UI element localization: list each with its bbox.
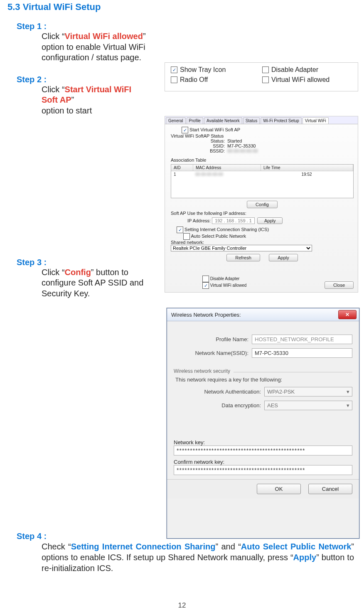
checkbox-label: Start Virtual WiFi Soft AP	[189, 127, 240, 132]
wireless-properties-dialog: Wireless Network Properties: ✕ Profile N…	[167, 308, 359, 539]
tab-bar: General Profile Available Network Status…	[165, 116, 358, 124]
dialog-title: Wireless Network Properties:	[171, 312, 241, 318]
checkbox-label: Virtual WiFi allowed	[271, 76, 330, 84]
ok-button[interactable]: OK	[257, 484, 301, 494]
ip-address-label: IP Address:	[187, 218, 211, 223]
col-mac: MAC Address	[193, 165, 261, 171]
bssid-label: BSSID:	[196, 148, 225, 153]
softap-status-label: Virtual WiFi SoftAP Status	[171, 133, 354, 138]
step-heading: Step 2 :	[17, 75, 149, 84]
encryption-label: Data encryption:	[174, 402, 264, 409]
checkbox-label: Virtual WiFi allowed	[210, 283, 247, 288]
step-heading: Step 3 :	[17, 258, 149, 267]
profile-name-field[interactable]	[252, 335, 352, 344]
text: Click “	[42, 85, 65, 94]
shared-network-label: Shared network:	[171, 240, 354, 245]
show-tray-icon-checkbox[interactable]	[171, 66, 177, 73]
ip-address-field[interactable]: 192 . 168 . 159 . 1	[212, 217, 255, 224]
ip-apply-button[interactable]: Apply	[257, 217, 283, 224]
association-table-label: Association Table	[171, 158, 354, 162]
checkbox-label: Show Tray Icon	[180, 66, 226, 74]
step-2: Step 2 : Click “Start Virtual WiFI Soft …	[17, 75, 149, 116]
cell-aid: 1	[171, 171, 193, 177]
ssid-label: SSID:	[196, 143, 225, 148]
apply-button[interactable]: Apply	[269, 254, 298, 261]
cell-life-time: 19:52	[260, 171, 353, 177]
bssid-value: 00:00:00:00:00	[227, 148, 258, 153]
association-table: AID MAC Address Life Time 1 00:00:00:00:…	[171, 164, 354, 198]
checkbox-label: Setting Internet Connection Sharing (ICS…	[184, 227, 269, 232]
checkbox-label: Auto Select Public Network	[191, 234, 246, 239]
text: option to start	[42, 106, 92, 115]
text: Click “	[42, 32, 65, 41]
highlight: Setting Internet Connection Sharing	[71, 542, 216, 551]
step-3: Step 3 : Click “Config” button to config…	[17, 258, 149, 299]
close-icon[interactable]: ✕	[338, 310, 357, 319]
text: Check “	[42, 542, 71, 551]
highlight: Apply	[293, 553, 317, 562]
step-heading: Step 1 :	[17, 22, 149, 31]
cancel-button[interactable]: Cancel	[308, 484, 352, 494]
virtual-wifi-allowed-checkbox-2[interactable]	[202, 282, 209, 289]
tab-available-network[interactable]: Available Network	[204, 117, 242, 124]
checkbox-label: Disable Adapter	[271, 66, 318, 74]
highlight: Auto Select Public Network	[241, 542, 352, 551]
col-aid: AID	[171, 165, 193, 171]
ssid-field[interactable]	[252, 348, 352, 358]
checkbox-label: Disable Adapter	[210, 276, 240, 281]
disable-adapter-checkbox-2[interactable]	[202, 276, 209, 282]
section-title: 5.3 Virtual WiFi Setup	[7, 2, 354, 12]
status-label: Status:	[196, 138, 225, 143]
chevron-down-icon: ▾	[347, 389, 349, 395]
tab-virtual-wifi[interactable]: Virtual WiFi	[303, 117, 329, 124]
tab-wps[interactable]: Wi-Fi Protect Setup	[261, 117, 302, 124]
ip-note: Soft AP Use the following IP address:	[171, 211, 354, 216]
auth-select[interactable]: WPA2-PSK▾	[264, 387, 352, 396]
confirm-key-field[interactable]: ****************************************…	[174, 465, 352, 475]
chevron-down-icon: ▾	[347, 402, 349, 409]
text: ” and “	[215, 542, 241, 551]
text: Click “	[42, 268, 65, 277]
config-button[interactable]: Config	[247, 201, 278, 208]
highlight: Config	[65, 268, 91, 277]
close-button[interactable]: Close	[325, 281, 354, 289]
highlight: Virtual WiFi allowed	[65, 32, 143, 41]
instruction-column: Step 1 : Click “Virtual WiFi allowed” op…	[7, 22, 149, 299]
table-row[interactable]: 1 00:00:00:00:00 19:52	[171, 171, 353, 177]
virtual-wifi-dialog: General Profile Available Network Status…	[165, 116, 358, 293]
profile-name-label: Profile Name:	[174, 336, 252, 342]
status-value: Started	[227, 138, 242, 143]
page-number: 12	[0, 601, 364, 610]
virtual-wifi-allowed-checkbox[interactable]	[262, 76, 269, 83]
security-note: This network requires a key for the foll…	[175, 377, 352, 383]
ssid-label: Network Name(SSID):	[174, 350, 252, 356]
security-group-label: Wireless network security	[174, 368, 234, 374]
encryption-select[interactable]: AES▾	[264, 401, 352, 410]
tab-general[interactable]: General	[166, 117, 186, 124]
network-key-label: Network key:	[174, 439, 352, 446]
text: ”	[71, 95, 74, 104]
disable-adapter-checkbox[interactable]	[262, 66, 269, 73]
network-key-field[interactable]: ****************************************…	[174, 446, 352, 455]
refresh-button[interactable]: Refresh	[226, 254, 260, 261]
cell-mac: 00:00:00:00:00	[193, 171, 260, 177]
col-life-time: Life Time	[261, 165, 353, 171]
checkbox-label: Radio Off	[180, 76, 208, 84]
ics-checkbox[interactable]	[177, 226, 183, 233]
confirm-key-label: Confirm network key:	[174, 459, 352, 465]
tab-status[interactable]: Status	[243, 117, 260, 124]
auth-label: Network Authentication:	[174, 389, 264, 395]
tray-options-panel: Show Tray Icon Disable Adapter Radio Off…	[165, 62, 358, 91]
auto-select-network-checkbox[interactable]	[183, 233, 190, 240]
start-virtual-wifi-checkbox[interactable]	[182, 127, 188, 133]
step-1: Step 1 : Click “Virtual WiFi allowed” op…	[17, 22, 149, 63]
radio-off-checkbox[interactable]	[171, 76, 177, 83]
tab-profile[interactable]: Profile	[187, 117, 203, 124]
shared-network-select[interactable]: Realtek PCIe GBE Family Controller	[171, 245, 312, 251]
ssid-value: M7-PC-35330	[227, 143, 256, 148]
